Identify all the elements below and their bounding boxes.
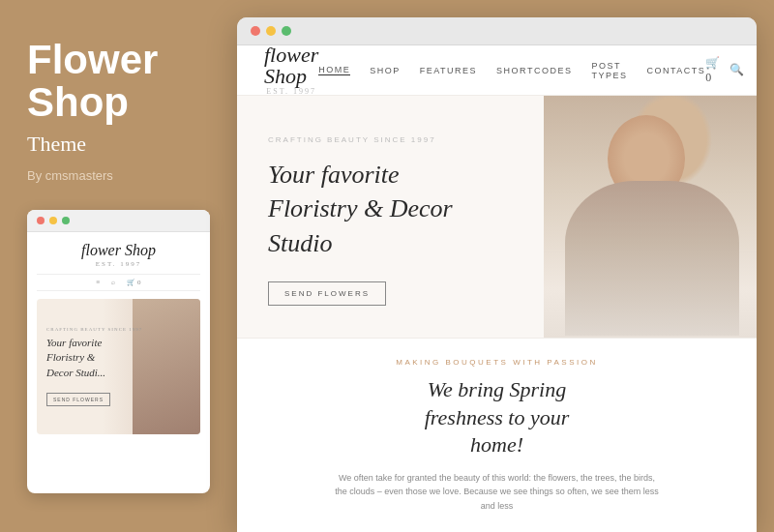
nav-contacts[interactable]: CONTACTS <box>646 66 705 75</box>
nav-shortcodes[interactable]: SHORTCODES <box>496 66 572 75</box>
mini-content: flower Shop EST. 1997 ≡ ⌕ 🛒 0 CRAFTING B… <box>27 232 210 444</box>
website-hero: CRAFTING BEAUTY SINCE 1997 Your favorite… <box>237 96 757 338</box>
mini-browser: flower Shop EST. 1997 ≡ ⌕ 🛒 0 CRAFTING B… <box>27 210 210 493</box>
mini-nav-search: ⌕ <box>111 279 115 286</box>
website-below: MAKING BOUQUETS WITH PASSION We bring Sp… <box>237 338 757 532</box>
mini-dot-red <box>37 217 45 224</box>
sidebar-subtitle: Theme <box>27 132 210 157</box>
main-dot-yellow <box>266 26 276 36</box>
below-subtitle: MAKING BOUQUETS WITH PASSION <box>268 358 726 367</box>
hero-crafting: CRAFTING BEAUTY SINCE 1997 <box>268 135 513 144</box>
hero-person-figure <box>544 96 757 338</box>
hero-left: CRAFTING BEAUTY SINCE 1997 Your favorite… <box>237 96 544 338</box>
below-title: We bring Spring freshness to your home! <box>268 376 726 459</box>
mini-logo-sub: EST. 1997 <box>37 260 200 268</box>
mini-browser-bar <box>27 210 210 232</box>
below-text: We often take for granted the beauty of … <box>333 471 662 513</box>
mini-hero-title: Your favoriteFloristry &Decor Studi... <box>46 336 191 380</box>
hero-send-flowers-button[interactable]: SEND FLOWERS <box>268 281 386 306</box>
nav-cart[interactable]: 🛒 0 <box>705 56 720 85</box>
hero-title: Your favorite Floristry & Decor Studio <box>268 158 513 259</box>
mini-dot-green <box>62 217 70 224</box>
nav-post-types[interactable]: POST TYPES <box>591 61 627 80</box>
nav-search-icon[interactable]: 🔍 <box>729 63 744 77</box>
website-logo: flower Shop EST. 1997 <box>264 45 318 96</box>
mini-logo: flower Shop EST. 1997 <box>37 242 200 268</box>
sidebar-by: By cmsmasters <box>27 168 210 183</box>
main-browser-bar <box>237 17 757 45</box>
nav-icons: 🛒 0 🔍 <box>705 56 744 85</box>
mini-send-flowers-button[interactable]: SEND FLOWERS <box>46 393 110 406</box>
website-nav: flower Shop EST. 1997 HOME SHOP FEATURES… <box>237 45 757 96</box>
mini-dot-yellow <box>49 217 57 224</box>
main-dot-red <box>251 26 260 36</box>
mini-hero: CRAFTING BEAUTY SINCE 1997 Your favorite… <box>37 299 200 434</box>
hero-image <box>544 96 757 338</box>
main-browser: flower Shop EST. 1997 HOME SHOP FEATURES… <box>237 17 757 532</box>
mini-nav-cart: 🛒 0 <box>127 279 140 286</box>
nav-shop[interactable]: SHOP <box>370 66 401 75</box>
mini-nav: ≡ ⌕ 🛒 0 <box>37 274 200 291</box>
sidebar: Flower Shop Theme By cmsmasters flower S… <box>0 0 237 532</box>
main-dot-green <box>282 26 291 36</box>
mini-nav-menu: ≡ <box>96 279 100 286</box>
nav-features[interactable]: FEATURES <box>420 66 477 75</box>
sidebar-title: Flower Shop <box>27 39 210 124</box>
website-nav-links[interactable]: HOME SHOP FEATURES SHORTCODES POST TYPES… <box>318 61 705 80</box>
mini-hero-text: CRAFTING BEAUTY SINCE 1997 Your favorite… <box>37 317 200 416</box>
main-website: flower Shop EST. 1997 HOME SHOP FEATURES… <box>237 45 757 532</box>
mini-logo-text: flower Shop <box>81 242 156 258</box>
website-logo-sub: EST. 1997 <box>264 88 318 96</box>
nav-home[interactable]: HOME <box>318 65 350 75</box>
mini-crafting: CRAFTING BEAUTY SINCE 1997 <box>46 327 191 332</box>
